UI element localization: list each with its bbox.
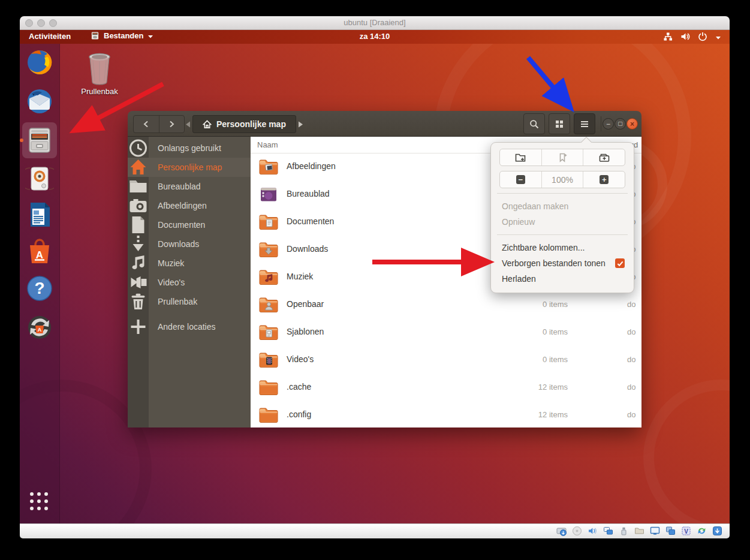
file-row[interactable]: Sjablonen 0 items do [251,319,641,347]
bookmark-button[interactable] [541,149,583,165]
hamburger-menu-popup: − 100% + Ongedaan maken Opnieuw Zichtbar… [490,142,634,293]
statusbar-icon[interactable] [697,526,707,536]
new-folder-button[interactable] [500,149,541,165]
bookmark-icon [557,153,568,162]
current-location-tab[interactable]: Persoonlijke map [192,115,296,133]
zoom-level: 100% [541,171,583,188]
clock[interactable]: za 14:10 [20,32,730,41]
forward-button[interactable] [159,116,185,133]
checkbox-checked[interactable] [615,258,625,268]
menu-item-visible-columns[interactable]: Zichtbare kolommen... [496,240,629,255]
statusbar-icon[interactable] [681,526,691,536]
statusbar-icon[interactable] [634,526,644,536]
column-header-name[interactable]: Naam [257,140,278,149]
sidebar-item[interactable]: Documenten [128,215,251,234]
statusbar-icon[interactable] [665,526,676,536]
vm-window-title: ubuntu [Draaiend] [20,18,730,27]
statusbar-icon[interactable] [572,526,582,536]
statusbar-icons [556,526,722,536]
grid-view-icon [555,119,564,129]
menu-item-show-hidden[interactable]: Verborgen bestanden tonen [496,255,629,271]
sidebar-item[interactable]: Andere locaties [128,317,251,336]
show-applications-button[interactable] [30,492,50,513]
statusbar-icon[interactable] [556,526,567,536]
virtualbox-window: ubuntu [Draaiend] Activiteiten Bestanden… [20,16,730,538]
zoom-in-button[interactable]: + [583,171,625,188]
search-button[interactable] [523,113,545,134]
file-row[interactable]: Video's 0 items do [251,347,641,374]
path-scroll-right-icon[interactable] [296,115,306,133]
minus-icon: − [516,175,525,184]
sidebar-item[interactable]: Prullenbak [128,292,251,311]
mac-titlebar: ubuntu [Draaiend] [20,16,730,30]
trash-icon [85,52,114,86]
window-close-button[interactable]: × [626,118,638,130]
statusbar-icon[interactable] [650,526,660,536]
file-row[interactable]: Openbaar 0 items do [251,291,641,319]
popup-action-row [499,149,625,166]
sidebar-item[interactable]: Onlangs gebruikt [128,139,251,158]
dock-running-dot [20,139,23,142]
volume-icon [680,32,690,41]
menu-item-redo: Opnieuw [496,214,629,230]
sidebar-item[interactable]: Afbeeldingen [128,196,251,215]
back-button[interactable] [134,116,159,133]
plus-icon: + [600,175,609,184]
sidebar-item[interactable]: Persoonlijke map [128,158,251,177]
statusbar-icon[interactable] [588,526,598,536]
system-status-area[interactable] [663,32,721,41]
new-folder-icon [515,153,526,162]
new-tab-icon [599,153,610,162]
statusbar-icon[interactable] [712,526,722,536]
screenshot-stage: ubuntu [Draaiend] Activiteiten Bestanden… [0,0,750,560]
window-minimize-button[interactable]: − [603,118,614,130]
virtualbox-statusbar [20,523,730,538]
hamburger-icon [580,119,589,129]
window-maximize-button[interactable]: ▢ [615,118,626,130]
new-tab-button[interactable] [583,149,625,165]
menu-separator [497,193,628,194]
path-bar: Persoonlijke map [183,115,306,133]
header-separator [601,116,601,131]
desktop-trash-icon[interactable]: Prullenbak [80,52,119,96]
menu-separator [497,234,628,235]
desktop: Prullenbak Persoonlijke map [20,44,730,523]
statusbar-icon[interactable] [603,526,613,536]
dock-item[interactable] [25,87,54,116]
dock-item[interactable] [25,237,54,266]
trash-label: Prullenbak [80,87,119,96]
gnome-topbar: Activiteiten Bestanden za 14:10 [20,30,730,44]
menu-item-undo: Ongedaan maken [496,198,629,214]
nav-buttons [133,115,185,133]
search-icon [529,119,539,129]
statusbar-icon[interactable] [619,526,629,536]
dock-item[interactable] [25,164,54,193]
dock-item[interactable] [25,48,54,77]
dock-item[interactable] [25,274,54,303]
hamburger-menu-button[interactable] [574,113,595,134]
popup-zoom-row: − 100% + [499,171,625,188]
location-label: Persoonlijke map [216,119,286,129]
dock-item[interactable] [25,126,54,155]
sidebar: Onlangs gebruikt Persoonlijke map Bureau… [128,137,251,427]
file-row[interactable]: .cache 12 items do [251,374,641,402]
home-icon [203,120,212,129]
sidebar-item[interactable]: Bureaublad [128,177,251,196]
file-row[interactable]: .config 12 items do [251,402,641,427]
path-scroll-left-icon[interactable] [183,115,192,133]
blue-arrow-to-menu [528,58,567,103]
headerbar: Persoonlijke map − ▢ × [128,111,641,137]
grid-view-button[interactable] [549,113,570,134]
menu-item-reload[interactable]: Herladen [496,271,629,287]
power-icon [698,32,707,41]
zoom-out-button[interactable]: − [500,171,541,188]
dock-item[interactable] [25,313,54,342]
network-icon [663,32,673,41]
wallpaper-swirl [643,380,730,523]
sidebar-item[interactable]: Muziek [128,254,251,273]
dock [20,44,60,523]
dock-item[interactable] [25,200,54,229]
sidebar-item[interactable]: Video's [128,273,251,292]
popup-arrow [580,136,593,143]
sidebar-item[interactable]: Downloads [128,234,251,254]
